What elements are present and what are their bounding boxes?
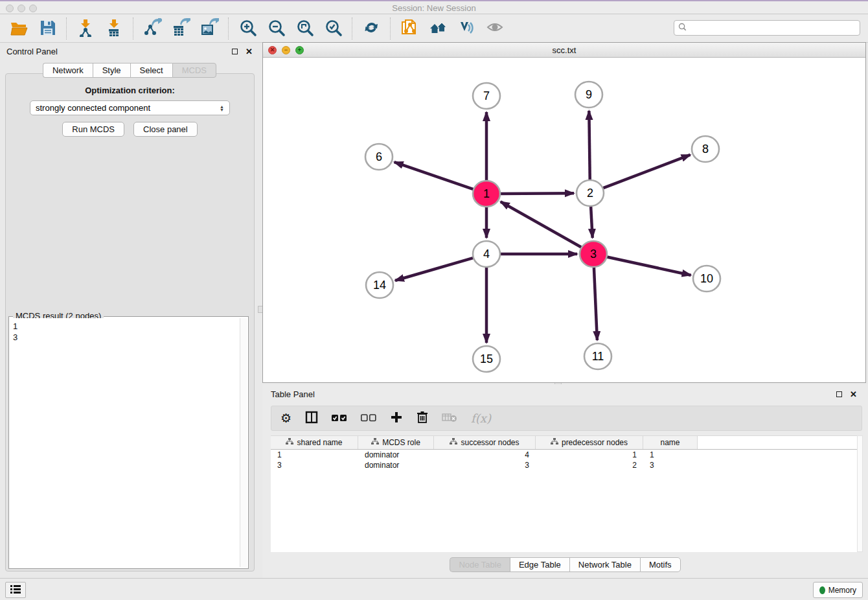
graph-node-3[interactable]: 3 <box>580 241 607 267</box>
tab-motifs[interactable]: Motifs <box>640 557 681 572</box>
node-label: 14 <box>373 279 386 292</box>
table-row[interactable]: 1dominator411 <box>271 450 857 460</box>
graph-node-11[interactable]: 11 <box>584 343 611 369</box>
refresh-button[interactable] <box>359 17 383 40</box>
column-header-predecessor-nodes[interactable]: predecessor nodes <box>536 436 643 449</box>
table-cell[interactable]: 2 <box>536 460 643 470</box>
graph-node-6[interactable]: 6 <box>365 144 393 170</box>
node-table[interactable]: shared nameMCDS rolesuccessor nodesprede… <box>271 435 857 552</box>
open-folder-button[interactable] <box>6 17 31 40</box>
edge-2-3[interactable] <box>591 205 593 238</box>
task-history-button[interactable] <box>5 582 26 598</box>
close-table-panel-icon[interactable]: ✕ <box>850 389 857 399</box>
split-columns-icon <box>305 411 318 426</box>
hide-viz-button[interactable] <box>454 17 479 40</box>
zoom-in-button[interactable] <box>235 17 260 40</box>
search-input[interactable] <box>690 23 856 32</box>
table-cell[interactable]: dominator <box>358 460 434 470</box>
node-label: 15 <box>480 352 493 365</box>
graph-node-1[interactable]: 1 <box>473 181 500 207</box>
tab-style[interactable]: Style <box>93 63 130 78</box>
graph-node-10[interactable]: 10 <box>693 266 720 292</box>
tab-select[interactable]: Select <box>130 63 172 78</box>
column-header-shared-name[interactable]: shared name <box>271 436 358 449</box>
delete-column-button[interactable] <box>417 411 428 426</box>
tab-network-table[interactable]: Network Table <box>569 557 640 572</box>
table-cell[interactable]: 1 <box>536 450 643 460</box>
column-header-MCDS-role[interactable]: MCDS role <box>358 436 434 449</box>
graph-node-8[interactable]: 8 <box>692 136 719 162</box>
graph-node-9[interactable]: 9 <box>575 82 602 108</box>
column-header-name[interactable]: name <box>643 436 698 449</box>
table-cell[interactable]: 1 <box>271 450 358 460</box>
edge-4-14[interactable] <box>395 257 475 281</box>
edge-1-6[interactable] <box>394 162 475 190</box>
eye-button[interactable] <box>483 17 507 40</box>
export-image-button[interactable] <box>197 17 222 40</box>
tab-network[interactable]: Network <box>43 63 93 78</box>
zoom-selected-button[interactable] <box>321 17 345 40</box>
zoom-out-button[interactable] <box>264 17 288 40</box>
control-panel: Control Panel ✕ NetworkStyleSelectMCDS O… <box>0 43 259 578</box>
graph-node-4[interactable]: 4 <box>473 241 500 267</box>
network-view-window: scc.txt ✕ − + 7968124314101511 <box>262 42 866 383</box>
split-columns-button[interactable] <box>305 411 318 426</box>
mcds-result-list[interactable]: 1 3 <box>10 318 239 567</box>
edge-1-2[interactable] <box>499 193 574 194</box>
edge-2-9[interactable] <box>589 111 589 181</box>
delete-table-icon <box>442 412 457 425</box>
memory-button[interactable]: Memory <box>813 582 863 598</box>
import-network-button[interactable] <box>73 17 98 40</box>
network-close-icon[interactable]: ✕ <box>268 46 277 54</box>
graph-node-2[interactable]: 2 <box>577 180 604 206</box>
column-header-successor-nodes[interactable]: successor nodes <box>434 436 536 449</box>
home-button[interactable] <box>426 17 450 40</box>
tab-edge-table[interactable]: Edge Table <box>510 557 569 572</box>
table-cell[interactable]: 4 <box>434 450 536 460</box>
mcds-result-group: MCDS result (2 nodes) 1 3 <box>8 316 249 569</box>
app-title: Session: New Session <box>0 3 868 13</box>
table-cell[interactable]: dominator <box>358 450 434 460</box>
table-cell[interactable]: 3 <box>434 460 536 470</box>
close-panel-button[interactable]: Close panel <box>133 122 198 137</box>
network-window-titlebar[interactable]: scc.txt ✕ − + <box>263 43 865 58</box>
graph-node-15[interactable]: 15 <box>473 346 500 372</box>
table-cell[interactable]: 3 <box>271 460 358 470</box>
tab-mcds[interactable]: MCDS <box>172 63 216 78</box>
edge-3-11[interactable] <box>594 266 597 340</box>
network-canvas[interactable]: 7968124314101511 <box>264 58 865 382</box>
export-network-button[interactable] <box>140 17 165 40</box>
gear-button[interactable]: ⚙ <box>280 411 291 426</box>
optimization-criterion-select[interactable]: strongly connected component ▲▼ <box>30 100 230 115</box>
table-scrollbar[interactable] <box>857 435 863 552</box>
run-mcds-button[interactable]: Run MCDS <box>62 122 124 137</box>
add-column-button[interactable] <box>390 411 403 426</box>
node-label: 9 <box>586 88 592 101</box>
select-all-button[interactable] <box>332 413 347 424</box>
graph-node-14[interactable]: 14 <box>366 272 393 298</box>
column-type-icon <box>551 438 558 447</box>
save-button[interactable] <box>35 17 60 40</box>
zoom-fit-button[interactable] <box>292 17 317 40</box>
table-cell[interactable]: 3 <box>643 460 698 470</box>
table-cell[interactable]: 1 <box>643 450 698 460</box>
edge-2-8[interactable] <box>602 155 691 189</box>
import-table-icon <box>105 18 124 40</box>
table-row[interactable]: 3dominator323 <box>271 460 857 470</box>
edge-3-10[interactable] <box>606 257 691 275</box>
network-maximize-icon[interactable]: + <box>295 46 304 54</box>
edge-3-1[interactable] <box>501 202 583 248</box>
close-panel-icon[interactable]: ✕ <box>246 47 253 56</box>
network-minimize-icon[interactable]: − <box>282 46 290 54</box>
import-table-button[interactable] <box>102 17 126 40</box>
float-panel-icon[interactable] <box>232 49 238 54</box>
search-box[interactable] <box>674 20 860 36</box>
deselect-all-button[interactable] <box>361 413 376 424</box>
result-scrollbar[interactable] <box>240 318 247 567</box>
float-table-panel-icon[interactable] <box>836 391 842 397</box>
copy-network-button[interactable] <box>397 17 422 40</box>
export-table-button[interactable] <box>168 17 193 40</box>
graph-node-7[interactable]: 7 <box>473 83 500 109</box>
tab-node-table[interactable]: Node Table <box>450 557 510 572</box>
main-toolbar <box>0 15 868 43</box>
